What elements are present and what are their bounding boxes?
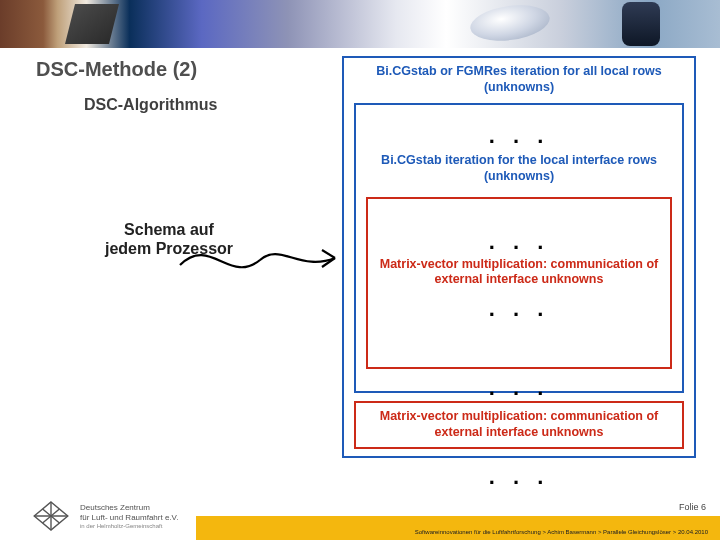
dlr-subtitle: in der Helmholtz-Gemeinschaft (80, 523, 178, 529)
box-interface-iteration: . . . Bi.CGstab iteration for the local … (354, 103, 684, 393)
arrow-to-diagram (170, 230, 350, 290)
box-interface-heading: Bi.CGstab iteration for the local interf… (366, 153, 672, 186)
banner-highlight (468, 1, 552, 46)
ellipsis-dots: . . . (378, 227, 660, 253)
dlr-name: Deutsches Zentrum für Luft- und Raumfahr… (80, 503, 178, 522)
footer: Folie 6 Softwareinnovationen für die Luf… (0, 493, 720, 540)
ellipsis-dots: . . . (366, 121, 672, 147)
slide-title: DSC-Methode (2) (36, 58, 197, 81)
slide-number: Folie 6 (679, 502, 706, 512)
ellipsis-dots: . . . (378, 294, 660, 320)
header-banner-image (0, 0, 720, 48)
box-outer-heading: Bi.CGstab or FGMRes iteration for all lo… (354, 64, 684, 97)
box-mvmult-inner-heading: Matrix-vector multiplication: communicat… (378, 257, 660, 288)
ellipsis-dots: . . . (342, 462, 696, 488)
dlr-text-block: Deutsches Zentrum für Luft- und Raumfahr… (80, 503, 178, 529)
dlr-name-line2: für Luft- und Raumfahrt e.V. (80, 513, 178, 522)
box-mvmult-outer: Matrix-vector multiplication: communicat… (354, 401, 684, 448)
slide-subtitle: DSC-Algorithmus (84, 96, 217, 114)
dlr-logo-icon (30, 499, 72, 533)
ellipsis-dots: . . . (366, 373, 672, 399)
dlr-logo-block: Deutsches Zentrum für Luft- und Raumfahr… (30, 496, 178, 536)
footer-meta-text: Softwareinnovationen für die Luftfahrtfo… (415, 528, 708, 536)
box-mvmult-inner: . . . Matrix-vector multiplication: comm… (366, 197, 672, 369)
box-outer-iteration: Bi.CGstab or FGMRes iteration for all lo… (342, 56, 696, 458)
box-mvmult-outer-heading: Matrix-vector multiplication: communicat… (366, 409, 672, 440)
slide: DSC-Methode (2) DSC-Algorithmus Schema a… (0, 0, 720, 540)
dlr-name-line1: Deutsches Zentrum (80, 503, 150, 512)
